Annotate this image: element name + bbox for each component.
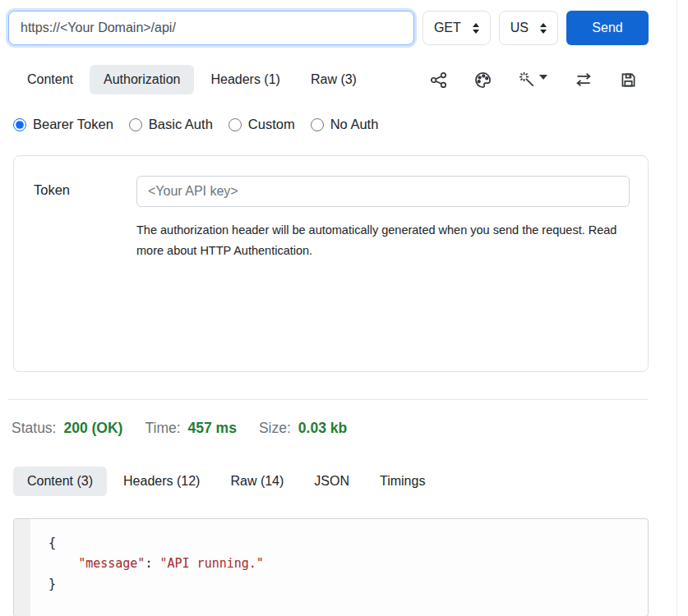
method-select[interactable]: GET (422, 11, 491, 45)
method-select-value: GET (434, 21, 461, 35)
radio-bearer-token[interactable] (13, 118, 26, 131)
section-divider (8, 399, 649, 400)
json-key: "message" (78, 556, 145, 571)
token-help-text: The authorization header will be automat… (136, 220, 623, 261)
json-indent (48, 556, 78, 571)
auth-option-custom[interactable]: Custom (229, 117, 295, 132)
auth-option-label: Custom (248, 117, 295, 132)
token-input[interactable] (136, 176, 630, 207)
time-label: Time: (145, 420, 180, 437)
tab-raw[interactable]: Raw (3) (297, 65, 371, 94)
response-tab-raw[interactable]: Raw (14) (216, 467, 298, 496)
token-panel: Token The authorization header will be a… (13, 155, 649, 372)
auth-option-label: Bearer Token (33, 117, 113, 132)
size-value: 0.03 kb (298, 420, 347, 437)
tab-headers[interactable]: Headers (1) (196, 65, 293, 94)
response-tab-headers[interactable]: Headers (12) (109, 467, 214, 496)
token-field-label: Token (34, 176, 136, 371)
url-input[interactable] (8, 11, 414, 45)
select-updown-icon (473, 23, 479, 34)
request-toolbar (430, 71, 637, 89)
response-tabs-row: Content (3) Headers (12) Raw (14) JSON T… (13, 467, 676, 496)
select-updown-icon (540, 23, 547, 34)
response-tab-content[interactable]: Content (3) (13, 467, 107, 496)
auth-option-bearer-token[interactable]: Bearer Token (13, 117, 113, 132)
send-button[interactable]: Send (566, 11, 649, 45)
request-bar: GET US Send (8, 11, 649, 45)
auth-option-no-auth[interactable]: No Auth (311, 117, 379, 132)
main-content-column: GET US Send Content Authorization Header… (0, 0, 677, 616)
size-label: Size: (259, 420, 291, 437)
time-value: 457 ms (188, 420, 237, 437)
request-tabs-row: Content Authorization Headers (1) Raw (3… (13, 65, 637, 94)
magic-wand-dropdown-icon[interactable] (519, 71, 547, 89)
json-open-brace: { (48, 536, 56, 550)
status-label: Status: (12, 420, 56, 437)
json-separator: : (145, 556, 159, 571)
response-tab-json[interactable]: JSON (300, 467, 363, 496)
caret-down-icon (539, 75, 547, 80)
auth-option-label: No Auth (330, 117, 379, 132)
status-value: 200 (OK) (63, 420, 122, 437)
save-icon[interactable] (620, 71, 637, 89)
region-select[interactable]: US (499, 11, 558, 45)
auth-option-basic-auth[interactable]: Basic Auth (129, 117, 213, 132)
tab-authorization[interactable]: Authorization (90, 65, 194, 94)
response-status-bar: Status: 200 (OK) Time: 457 ms Size: 0.03… (12, 420, 676, 437)
json-value: "API running." (159, 556, 263, 571)
code-gutter (14, 519, 30, 616)
response-tab-timings[interactable]: Timings (366, 467, 439, 496)
response-json-code[interactable]: { "message": "API running." } (30, 519, 648, 616)
tab-content[interactable]: Content (13, 65, 87, 94)
auth-type-options: Bearer Token Basic Auth Custom No Auth (13, 117, 676, 132)
radio-custom[interactable] (229, 118, 242, 131)
response-body-panel: { "message": "API running." } (13, 518, 649, 616)
region-select-value: US (510, 21, 529, 35)
share-icon[interactable] (430, 71, 447, 89)
radio-no-auth[interactable] (311, 118, 324, 131)
radio-basic-auth[interactable] (129, 118, 142, 131)
json-close-brace: } (48, 577, 56, 591)
swap-arrows-icon[interactable] (575, 71, 593, 89)
auth-option-label: Basic Auth (149, 117, 213, 132)
palette-icon[interactable] (474, 71, 492, 89)
